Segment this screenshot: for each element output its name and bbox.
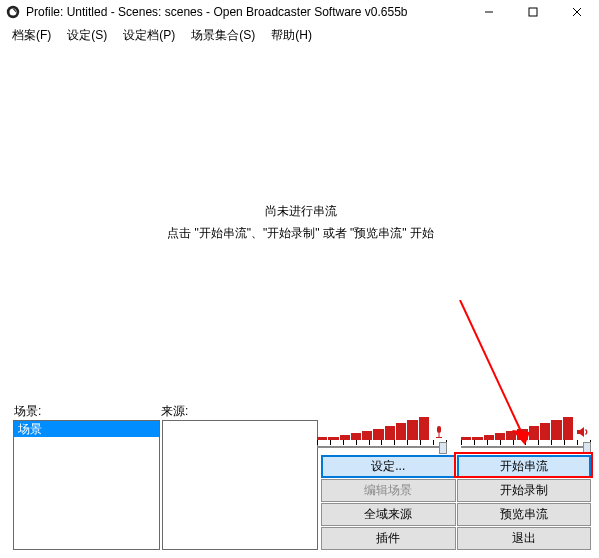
speaker-volume-slider[interactable] (461, 440, 591, 454)
window-title: Profile: Untitled - Scenes: scenes - Ope… (26, 5, 408, 19)
scenes-listbox[interactable]: 场景 (13, 420, 160, 550)
speaker-volume-meter (461, 415, 591, 440)
menubar: 档案(F) 设定(S) 设定档(P) 场景集合(S) 帮助(H) (0, 24, 599, 46)
preview-canvas: 尚未进行串流 点击 "开始串流"、"开始录制" 或者 "预览串流" 开始 (13, 49, 588, 396)
scene-list-item[interactable]: 场景 (14, 421, 159, 437)
speaker-icon[interactable] (575, 424, 591, 440)
svg-point-1 (10, 9, 17, 16)
app-icon (6, 5, 20, 19)
microphone-icon[interactable] (431, 424, 447, 440)
maximize-button[interactable] (511, 0, 555, 24)
svg-rect-7 (439, 433, 440, 437)
plugins-button[interactable]: 插件 (321, 527, 456, 550)
start-stream-button[interactable]: 开始串流 (457, 455, 592, 478)
svg-marker-9 (577, 427, 584, 437)
settings-button[interactable]: 设定... (321, 455, 456, 478)
exit-button[interactable]: 退出 (457, 527, 592, 550)
global-sources-button[interactable]: 全域来源 (321, 503, 456, 526)
edit-scene-button[interactable]: 编辑场景 (321, 479, 456, 502)
close-button[interactable] (555, 0, 599, 24)
svg-rect-8 (436, 437, 442, 438)
menu-settings[interactable]: 设定(S) (59, 24, 115, 47)
control-buttons: 设定... 开始串流 编辑场景 开始录制 全域来源 预览串流 插件 退出 (321, 455, 591, 550)
sources-label: 来源: (161, 403, 188, 420)
menu-scene-collection[interactable]: 场景集合(S) (183, 24, 263, 47)
sources-listbox[interactable] (162, 420, 318, 550)
titlebar: Profile: Untitled - Scenes: scenes - Ope… (0, 0, 599, 24)
svg-rect-3 (529, 8, 537, 16)
menu-help[interactable]: 帮助(H) (263, 24, 320, 47)
minimize-button[interactable] (467, 0, 511, 24)
scenes-label: 场景: (14, 403, 161, 420)
preview-message-line2: 点击 "开始串流"、"开始录制" 或者 "预览串流" 开始 (13, 223, 588, 246)
menu-file[interactable]: 档案(F) (4, 24, 59, 47)
preview-stream-button[interactable]: 预览串流 (457, 503, 592, 526)
svg-rect-6 (437, 426, 441, 433)
mic-volume-slider[interactable] (317, 440, 447, 454)
mic-volume-meter (317, 415, 447, 440)
menu-profile[interactable]: 设定档(P) (115, 24, 183, 47)
start-record-button[interactable]: 开始录制 (457, 479, 592, 502)
preview-message-line1: 尚未进行串流 (13, 200, 588, 223)
